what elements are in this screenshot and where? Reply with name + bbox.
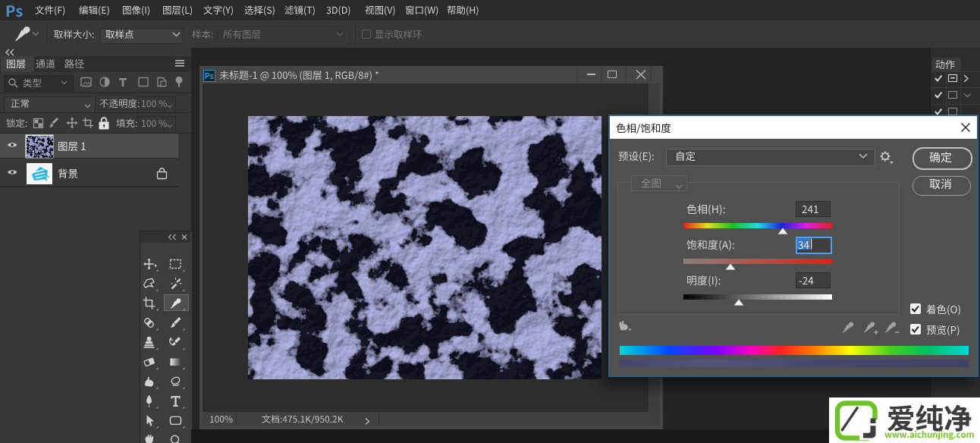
- svg-text:Ps: Ps: [205, 72, 214, 80]
